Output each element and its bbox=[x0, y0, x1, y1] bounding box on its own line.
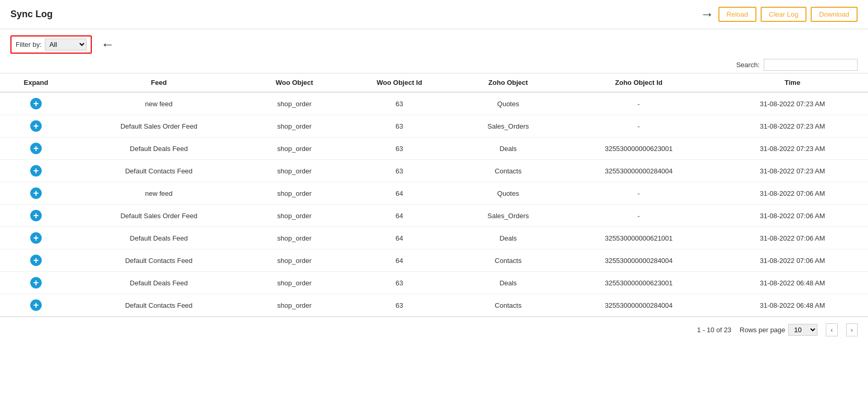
zoho-object-id-cell: 325530000000284004 bbox=[560, 294, 717, 317]
col-time: Time bbox=[717, 73, 868, 93]
zoho-object-id-cell: 325530000000623001 bbox=[560, 137, 717, 160]
zoho-object-cell: Contacts bbox=[456, 160, 560, 182]
time-cell: 31-08-2022 06:48 AM bbox=[717, 294, 868, 317]
time-cell: 31-08-2022 07:23 AM bbox=[717, 137, 868, 160]
expand-cell[interactable]: + bbox=[0, 137, 72, 160]
col-expand: Expand bbox=[0, 73, 72, 93]
filter-group: Filter by: All Success Error bbox=[10, 35, 92, 54]
woo-object-id-cell: 64 bbox=[343, 182, 456, 205]
woo-object-id-cell: 63 bbox=[343, 115, 456, 137]
expand-button[interactable]: + bbox=[30, 120, 42, 132]
expand-button[interactable]: + bbox=[30, 165, 42, 177]
table-row: + new feed shop_order 63 Quotes - 31-08-… bbox=[0, 92, 868, 115]
time-cell: 31-08-2022 07:06 AM bbox=[717, 182, 868, 205]
zoho-object-cell: Sales_Orders bbox=[456, 205, 560, 227]
col-zoho-object: Zoho Object bbox=[456, 73, 560, 93]
rows-per-page-select[interactable]: 10 25 50 100 bbox=[788, 324, 817, 336]
footer: 1 - 10 of 23 Rows per page 10 25 50 100 … bbox=[0, 317, 868, 343]
woo-object-id-cell: 63 bbox=[343, 272, 456, 294]
expand-cell[interactable]: + bbox=[0, 249, 72, 272]
time-cell: 31-08-2022 07:23 AM bbox=[717, 115, 868, 137]
next-page-button[interactable]: › bbox=[846, 323, 858, 336]
expand-cell[interactable]: + bbox=[0, 227, 72, 249]
feed-cell: Default Deals Feed bbox=[72, 227, 246, 249]
time-cell: 31-08-2022 07:06 AM bbox=[717, 249, 868, 272]
feed-cell: Default Contacts Feed bbox=[72, 294, 246, 317]
woo-object-id-cell: 63 bbox=[343, 294, 456, 317]
table-row: + Default Sales Order Feed shop_order 64… bbox=[0, 205, 868, 227]
zoho-object-id-cell: - bbox=[560, 205, 717, 227]
sync-log-table: Expand Feed Woo Object Woo Object Id Zoh… bbox=[0, 73, 868, 317]
arrow-left-icon: ← bbox=[101, 36, 115, 53]
expand-button[interactable]: + bbox=[30, 187, 42, 199]
expand-cell[interactable]: + bbox=[0, 294, 72, 317]
woo-object-id-cell: 64 bbox=[343, 205, 456, 227]
filter-label: Filter by: bbox=[16, 41, 42, 48]
zoho-object-cell: Sales_Orders bbox=[456, 115, 560, 137]
rows-per-page-label: Rows per page bbox=[740, 326, 785, 334]
zoho-object-id-cell: 325530000000623001 bbox=[560, 272, 717, 294]
table-row: + Default Deals Feed shop_order 64 Deals… bbox=[0, 227, 868, 249]
table-row: + Default Deals Feed shop_order 63 Deals… bbox=[0, 137, 868, 160]
clear-log-button[interactable]: Clear Log bbox=[761, 7, 806, 22]
col-zoho-object-id: Zoho Object Id bbox=[560, 73, 717, 93]
zoho-object-id-cell: 325530000000284004 bbox=[560, 160, 717, 182]
expand-button[interactable]: + bbox=[30, 255, 42, 266]
zoho-object-cell: Deals bbox=[456, 137, 560, 160]
pagination-info: 1 - 10 of 23 bbox=[697, 326, 731, 334]
woo-object-cell: shop_order bbox=[246, 160, 343, 182]
expand-button[interactable]: + bbox=[30, 210, 42, 221]
feed-cell: new feed bbox=[72, 92, 246, 115]
table-header-row: Expand Feed Woo Object Woo Object Id Zoh… bbox=[0, 73, 868, 93]
col-woo-object-id: Woo Object Id bbox=[343, 73, 456, 93]
search-bar: Search: bbox=[0, 57, 868, 73]
zoho-object-id-cell: - bbox=[560, 182, 717, 205]
zoho-object-cell: Contacts bbox=[456, 294, 560, 317]
table-row: + Default Deals Feed shop_order 63 Deals… bbox=[0, 272, 868, 294]
woo-object-id-cell: 63 bbox=[343, 160, 456, 182]
expand-cell[interactable]: + bbox=[0, 205, 72, 227]
expand-button[interactable]: + bbox=[30, 232, 42, 244]
expand-button[interactable]: + bbox=[30, 143, 42, 154]
woo-object-id-cell: 63 bbox=[343, 137, 456, 160]
expand-cell[interactable]: + bbox=[0, 160, 72, 182]
prev-page-button[interactable]: ‹ bbox=[826, 323, 837, 336]
table-row: + Default Contacts Feed shop_order 63 Co… bbox=[0, 160, 868, 182]
woo-object-id-cell: 63 bbox=[343, 92, 456, 115]
table-row: + Default Contacts Feed shop_order 63 Co… bbox=[0, 294, 868, 317]
rows-per-page-group: Rows per page 10 25 50 100 bbox=[740, 324, 817, 336]
col-woo-object: Woo Object bbox=[246, 73, 343, 93]
zoho-object-cell: Contacts bbox=[456, 249, 560, 272]
zoho-object-id-cell: - bbox=[560, 115, 717, 137]
expand-button[interactable]: + bbox=[30, 98, 42, 109]
woo-object-id-cell: 64 bbox=[343, 249, 456, 272]
time-cell: 31-08-2022 07:23 AM bbox=[717, 92, 868, 115]
table-row: + new feed shop_order 64 Quotes - 31-08-… bbox=[0, 182, 868, 205]
col-feed: Feed bbox=[72, 73, 246, 93]
time-cell: 31-08-2022 07:06 AM bbox=[717, 205, 868, 227]
reload-button[interactable]: Reload bbox=[718, 7, 756, 22]
expand-cell[interactable]: + bbox=[0, 92, 72, 115]
expand-button[interactable]: + bbox=[30, 299, 42, 311]
arrow-right-icon: → bbox=[701, 6, 714, 22]
filter-select[interactable]: All Success Error bbox=[45, 39, 87, 51]
toolbar: Filter by: All Success Error ← bbox=[0, 29, 868, 57]
woo-object-cell: shop_order bbox=[246, 205, 343, 227]
expand-cell[interactable]: + bbox=[0, 272, 72, 294]
feed-cell: Default Sales Order Feed bbox=[72, 205, 246, 227]
feed-cell: Default Contacts Feed bbox=[72, 160, 246, 182]
expand-button[interactable]: + bbox=[30, 277, 42, 288]
woo-object-cell: shop_order bbox=[246, 272, 343, 294]
time-cell: 31-08-2022 07:23 AM bbox=[717, 160, 868, 182]
zoho-object-id-cell: - bbox=[560, 92, 717, 115]
expand-cell[interactable]: + bbox=[0, 115, 72, 137]
woo-object-cell: shop_order bbox=[246, 294, 343, 317]
woo-object-id-cell: 64 bbox=[343, 227, 456, 249]
feed-cell: Default Deals Feed bbox=[72, 137, 246, 160]
download-button[interactable]: Download bbox=[811, 7, 858, 22]
woo-object-cell: shop_order bbox=[246, 92, 343, 115]
expand-cell[interactable]: + bbox=[0, 182, 72, 205]
time-cell: 31-08-2022 07:06 AM bbox=[717, 227, 868, 249]
search-input[interactable] bbox=[764, 59, 858, 71]
page-title: Sync Log bbox=[10, 9, 53, 20]
